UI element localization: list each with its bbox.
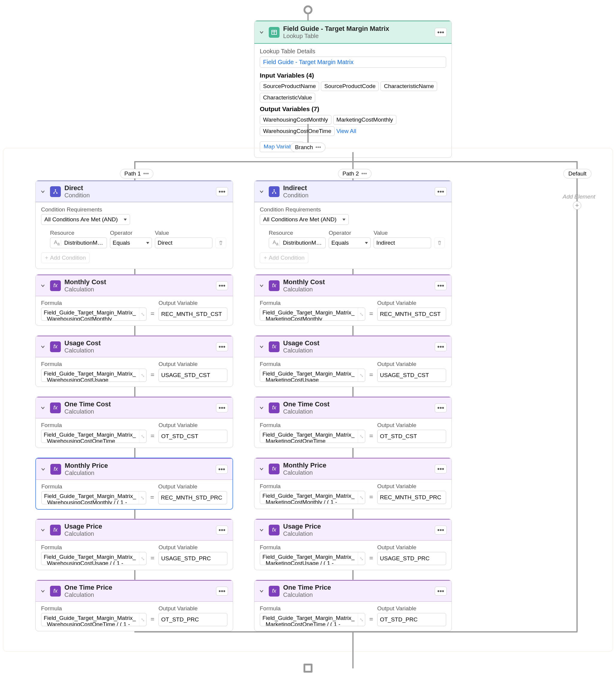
calculation-node[interactable]: fx Monthly Cost Calculation ••• Formula … <box>254 274 452 326</box>
output-variable-input[interactable] <box>377 308 446 321</box>
calc-header[interactable]: fx Monthly Price Calculation ••• <box>36 458 232 480</box>
more-button[interactable]: ••• <box>216 526 228 534</box>
calc-header[interactable]: fx Usage Cost Calculation ••• <box>254 336 451 357</box>
calculation-node[interactable]: fx Monthly Price Calculation ••• Formula… <box>254 458 452 509</box>
view-all-link[interactable]: View All <box>336 128 356 135</box>
calc-header[interactable]: fx Usage Price Calculation ••• <box>254 519 451 540</box>
more-button[interactable]: ••• <box>435 342 447 351</box>
condition-requirements-select[interactable]: All Conditions Are Met (AND) <box>260 214 349 225</box>
chevron-down-icon[interactable] <box>40 344 46 349</box>
more-button[interactable]: ••• <box>435 28 447 37</box>
delete-row-button[interactable] <box>215 237 226 248</box>
more-button[interactable]: ••• <box>435 526 447 534</box>
output-variable-input[interactable] <box>377 430 446 443</box>
expand-icon[interactable]: ⤡ <box>139 613 146 626</box>
formula-input[interactable] <box>41 613 146 626</box>
formula-input[interactable] <box>260 552 365 565</box>
variable-chip[interactable]: SourceProductName <box>260 81 319 91</box>
variable-chip[interactable]: WarehousingCostOneTime <box>260 126 335 136</box>
lookup-table-node[interactable]: Field Guide - Target Margin Matrix Looku… <box>254 21 452 158</box>
calc-header[interactable]: fx One Time Cost Calculation ••• <box>36 397 233 418</box>
expand-icon[interactable]: ⤡ <box>139 308 146 321</box>
expand-icon[interactable]: ⤡ <box>139 430 146 443</box>
chevron-down-icon[interactable] <box>259 528 265 532</box>
condition-header[interactable]: Indirect Condition ••• <box>254 181 451 202</box>
condition-header[interactable]: Direct Condition ••• <box>36 181 233 202</box>
path1-pill[interactable]: Path 1 ••• <box>120 169 153 179</box>
calc-header[interactable]: fx Usage Cost Calculation ••• <box>36 336 233 357</box>
expand-icon[interactable]: ⤡ <box>139 369 146 381</box>
more-button[interactable]: ••• <box>435 281 447 290</box>
more-button[interactable]: ••• <box>216 403 228 412</box>
branch-pill[interactable]: Branch ••• <box>290 143 325 152</box>
output-variable-input[interactable] <box>158 369 227 382</box>
variable-chip[interactable]: CharacteristicValue <box>260 93 315 103</box>
formula-input[interactable] <box>260 613 365 626</box>
chevron-down-icon[interactable] <box>259 589 265 594</box>
formula-input[interactable] <box>41 491 146 504</box>
variable-chip[interactable]: CharacteristicName <box>381 81 437 91</box>
chevron-down-icon[interactable] <box>259 406 265 410</box>
calc-header[interactable]: fx Monthly Cost Calculation ••• <box>36 275 233 296</box>
more-button[interactable]: ••• <box>216 465 228 474</box>
formula-input[interactable] <box>260 369 365 382</box>
condition-node-indirect[interactable]: Indirect Condition ••• Condition Require… <box>254 180 452 269</box>
operator-select[interactable]: Equals <box>110 237 152 248</box>
more-button[interactable]: ••• <box>216 187 228 196</box>
expand-icon[interactable]: ⤡ <box>358 552 365 565</box>
calc-header[interactable]: fx One Time Price Calculation ••• <box>254 580 451 602</box>
more-button[interactable]: ••• <box>216 281 228 290</box>
more-button[interactable]: ••• <box>435 187 447 196</box>
calculation-node[interactable]: fx One Time Cost Calculation ••• Formula… <box>35 397 233 448</box>
expand-icon[interactable]: ⤡ <box>358 308 365 321</box>
chevron-down-icon[interactable] <box>40 589 46 594</box>
output-variable-input[interactable] <box>158 308 227 321</box>
add-element-button[interactable]: + <box>573 201 581 210</box>
default-pill[interactable]: Default <box>563 169 591 179</box>
chevron-down-icon[interactable] <box>259 344 265 349</box>
calc-header[interactable]: fx Usage Price Calculation ••• <box>36 519 233 540</box>
output-variable-input[interactable] <box>158 552 227 565</box>
variable-chip[interactable]: MarketingCostMonthly <box>333 115 396 124</box>
calculation-node[interactable]: fx One Time Price Calculation ••• Formul… <box>35 580 233 631</box>
more-button[interactable]: ••• <box>216 342 228 351</box>
more-icon[interactable]: ••• <box>143 171 149 177</box>
formula-input[interactable] <box>41 430 146 443</box>
chevron-down-icon[interactable] <box>259 189 265 194</box>
calculation-node[interactable]: fx Monthly Cost Calculation ••• Formula … <box>35 274 233 326</box>
calculation-node[interactable]: fx Usage Price Calculation ••• Formula ⤡… <box>254 519 452 570</box>
calc-header[interactable]: fx Monthly Cost Calculation ••• <box>254 275 451 296</box>
value-input[interactable]: Direct <box>155 237 212 248</box>
more-button[interactable]: ••• <box>435 464 447 474</box>
calc-header[interactable]: fx Monthly Price Calculation ••• <box>254 458 451 480</box>
expand-icon[interactable]: ⤡ <box>139 552 146 565</box>
chevron-down-icon[interactable] <box>40 283 46 288</box>
delete-row-button[interactable] <box>434 237 445 248</box>
output-variable-input[interactable] <box>158 491 227 504</box>
add-condition-button[interactable]: +Add Condition <box>41 253 89 263</box>
expand-icon[interactable]: ⤡ <box>358 613 365 626</box>
formula-input[interactable] <box>260 430 365 443</box>
chevron-down-icon[interactable] <box>259 466 265 472</box>
calc-header[interactable]: fx One Time Cost Calculation ••• <box>254 397 451 418</box>
calculation-node[interactable]: fx Usage Price Calculation ••• Formula ⤡… <box>35 519 233 570</box>
formula-input[interactable] <box>41 552 146 565</box>
expand-icon[interactable]: ⤡ <box>358 369 365 381</box>
output-variable-input[interactable] <box>377 552 446 565</box>
more-icon[interactable]: ••• <box>316 144 321 151</box>
chevron-down-icon[interactable] <box>259 30 265 35</box>
lookup-node-header[interactable]: Field Guide - Target Margin Matrix Looku… <box>254 21 451 44</box>
chevron-down-icon[interactable] <box>259 283 265 288</box>
output-variable-input[interactable] <box>158 430 227 443</box>
formula-input[interactable] <box>260 491 365 504</box>
resource-input[interactable]: AaDistributionMethod <box>269 237 326 248</box>
lookup-details-link[interactable]: Field Guide - Target Margin Matrix <box>260 57 446 68</box>
condition-requirements-select[interactable]: All Conditions Are Met (AND) <box>41 214 130 225</box>
condition-node-direct[interactable]: Direct Condition ••• Condition Requireme… <box>35 180 233 269</box>
more-button[interactable]: ••• <box>435 403 447 412</box>
more-button[interactable]: ••• <box>435 587 447 596</box>
operator-select[interactable]: Equals <box>329 237 371 248</box>
chevron-down-icon[interactable] <box>41 467 47 472</box>
variable-chip[interactable]: SourceProductCode <box>321 81 379 91</box>
more-icon[interactable]: ••• <box>361 171 367 177</box>
